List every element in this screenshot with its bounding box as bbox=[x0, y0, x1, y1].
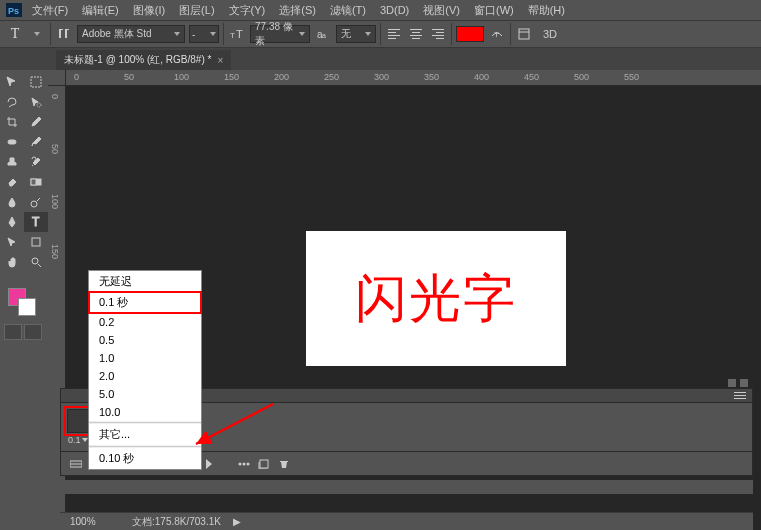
history-brush-tool-icon[interactable] bbox=[24, 152, 48, 172]
document-tab-title: 未标题-1 @ 100% (红, RGB/8#) * bbox=[64, 53, 211, 67]
delay-menu-other[interactable]: 其它... bbox=[89, 424, 201, 445]
document-tab-bar: 未标题-1 @ 100% (红, RGB/8#) * × bbox=[0, 48, 761, 70]
align-center-icon[interactable] bbox=[407, 25, 425, 43]
menu-type[interactable]: 文字(Y) bbox=[223, 1, 272, 20]
font-style-value: - bbox=[192, 29, 195, 40]
menu-file[interactable]: 文件(F) bbox=[26, 1, 74, 20]
svg-rect-12 bbox=[31, 179, 36, 185]
app-logo: Ps bbox=[4, 2, 24, 18]
dodge-tool-icon[interactable] bbox=[24, 192, 48, 212]
delay-menu-item[interactable]: 2.0 bbox=[89, 367, 201, 385]
artboard-text: 闪光字 bbox=[355, 264, 517, 334]
ruler-tick: 250 bbox=[324, 72, 339, 82]
ruler-corner bbox=[48, 70, 66, 86]
menu-layer[interactable]: 图层(L) bbox=[173, 1, 220, 20]
anti-alias-select[interactable]: 无 bbox=[336, 25, 376, 43]
svg-rect-7 bbox=[519, 29, 529, 39]
status-bar: 100% 文档:175.8K/703.1K ▶ bbox=[60, 512, 753, 530]
font-family-select[interactable]: Adobe 黑体 Std bbox=[77, 25, 185, 43]
convert-timeline-icon[interactable] bbox=[69, 457, 83, 471]
delay-menu-title[interactable]: 无延迟 bbox=[89, 271, 201, 292]
svg-rect-15 bbox=[32, 238, 40, 246]
anti-alias-value: 无 bbox=[341, 27, 351, 41]
pen-tool-icon[interactable] bbox=[0, 212, 24, 232]
tween-icon[interactable] bbox=[237, 457, 251, 471]
standard-mode-icon[interactable] bbox=[4, 324, 22, 340]
panel-menu-icon[interactable] bbox=[734, 390, 746, 402]
menu-image[interactable]: 图像(I) bbox=[127, 1, 171, 20]
toolbox: T bbox=[0, 70, 48, 272]
menu-help[interactable]: 帮助(H) bbox=[522, 1, 571, 20]
align-left-icon[interactable] bbox=[385, 25, 403, 43]
font-style-select[interactable]: - bbox=[189, 25, 219, 43]
menu-filter[interactable]: 滤镜(T) bbox=[324, 1, 372, 20]
quick-select-tool-icon[interactable] bbox=[24, 92, 48, 112]
close-tab-icon[interactable]: × bbox=[217, 55, 223, 66]
delay-menu-item[interactable]: 10.0 bbox=[89, 403, 201, 421]
menu-select[interactable]: 选择(S) bbox=[273, 1, 322, 20]
crop-tool-icon[interactable] bbox=[0, 112, 24, 132]
delay-menu-item[interactable]: 0.2 bbox=[89, 313, 201, 331]
last-frame-icon[interactable] bbox=[203, 457, 217, 471]
background-color-swatch[interactable] bbox=[18, 298, 36, 316]
menu-3d[interactable]: 3D(D) bbox=[374, 2, 415, 18]
move-tool-icon[interactable] bbox=[0, 72, 24, 92]
ruler-tick: 450 bbox=[524, 72, 539, 82]
3d-button[interactable]: 3D bbox=[537, 25, 563, 43]
menu-view[interactable]: 视图(V) bbox=[417, 1, 466, 20]
marquee-tool-icon[interactable] bbox=[24, 72, 48, 92]
font-size-icon: TT bbox=[228, 25, 246, 43]
ruler-tick: 400 bbox=[474, 72, 489, 82]
text-orientation-icon[interactable] bbox=[55, 25, 73, 43]
svg-text:T: T bbox=[230, 31, 235, 40]
status-menu-icon[interactable]: ▶ bbox=[233, 516, 241, 527]
stamp-tool-icon[interactable] bbox=[0, 152, 24, 172]
delay-menu-current[interactable]: 0.10 秒 bbox=[89, 448, 201, 469]
workspace: T 0 50 100 150 200 250 300 350 400 bbox=[0, 70, 761, 530]
font-family-value: Adobe 黑体 Std bbox=[82, 27, 151, 41]
anti-alias-icon: aa bbox=[314, 25, 332, 43]
path-select-tool-icon[interactable] bbox=[0, 232, 24, 252]
ruler-tick: 550 bbox=[624, 72, 639, 82]
options-bar: T Adobe 黑体 Std - TT 77.38 像素 aa 无 T 3D bbox=[0, 20, 761, 48]
menu-window[interactable]: 窗口(W) bbox=[468, 1, 520, 20]
quick-mask-icon[interactable] bbox=[24, 324, 42, 340]
panel-dock-icons[interactable] bbox=[728, 379, 748, 387]
horizontal-ruler: 0 50 100 150 200 250 300 350 400 450 500… bbox=[66, 70, 761, 86]
svg-text:a: a bbox=[322, 32, 326, 39]
delay-menu-item[interactable]: 0.5 bbox=[89, 331, 201, 349]
warp-text-icon[interactable]: T bbox=[488, 25, 506, 43]
eraser-tool-icon[interactable] bbox=[0, 172, 24, 192]
zoom-level[interactable]: 100% bbox=[70, 516, 120, 527]
zoom-tool-icon[interactable] bbox=[24, 252, 48, 272]
svg-point-9 bbox=[37, 103, 41, 107]
type-tool-icon[interactable]: T bbox=[24, 212, 48, 232]
hand-tool-icon[interactable] bbox=[0, 252, 24, 272]
lasso-tool-icon[interactable] bbox=[0, 92, 24, 112]
ruler-tick: 0 bbox=[50, 94, 60, 99]
align-right-icon[interactable] bbox=[429, 25, 447, 43]
ruler-tick: 350 bbox=[424, 72, 439, 82]
blur-tool-icon[interactable] bbox=[0, 192, 24, 212]
artboard[interactable]: 闪光字 bbox=[306, 231, 566, 366]
font-size-input[interactable]: 77.38 像素 bbox=[250, 25, 310, 43]
frame-delay-value[interactable]: 0.1 bbox=[68, 435, 81, 445]
menu-separator bbox=[89, 446, 201, 447]
healing-tool-icon[interactable] bbox=[0, 132, 24, 152]
preset-picker-icon[interactable] bbox=[28, 25, 46, 43]
character-panel-icon[interactable] bbox=[515, 25, 533, 43]
document-tab[interactable]: 未标题-1 @ 100% (红, RGB/8#) * × bbox=[56, 50, 231, 70]
eyedropper-tool-icon[interactable] bbox=[24, 112, 48, 132]
ruler-tick: 300 bbox=[374, 72, 389, 82]
brush-tool-icon[interactable] bbox=[24, 132, 48, 152]
text-color-swatch[interactable] bbox=[456, 26, 484, 42]
delay-menu-item[interactable]: 0.1 秒 bbox=[89, 292, 201, 313]
delete-frame-icon[interactable] bbox=[277, 457, 291, 471]
shape-tool-icon[interactable] bbox=[24, 232, 48, 252]
ruler-tick: 50 bbox=[50, 144, 60, 154]
delay-menu-item[interactable]: 5.0 bbox=[89, 385, 201, 403]
gradient-tool-icon[interactable] bbox=[24, 172, 48, 192]
new-frame-icon[interactable] bbox=[257, 457, 271, 471]
delay-menu-item[interactable]: 1.0 bbox=[89, 349, 201, 367]
menu-edit[interactable]: 编辑(E) bbox=[76, 1, 125, 20]
